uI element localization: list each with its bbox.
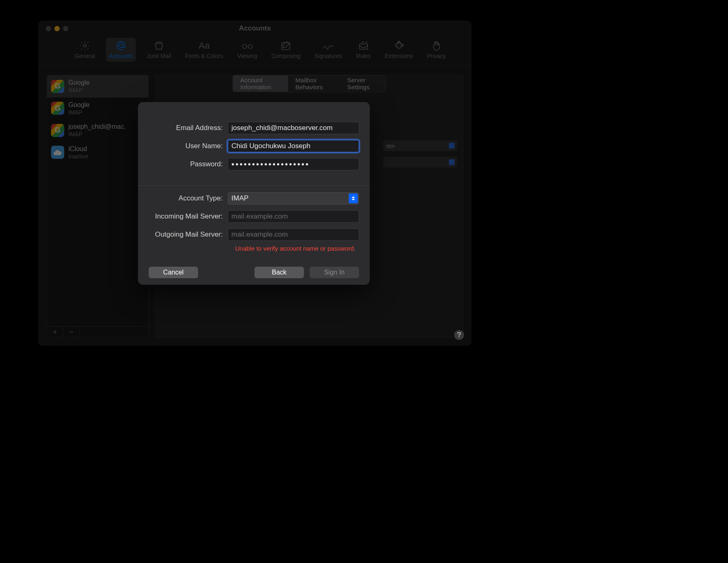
- svg-point-7: [401, 44, 403, 46]
- account-sub: Inactive: [68, 153, 88, 161]
- account-row-icloud[interactable]: iCloud Inactive: [47, 142, 148, 164]
- account-sub: IMAP: [68, 87, 90, 94]
- preferences-toolbar: General Accounts Junk Mail Aa Fonts & Co…: [38, 36, 471, 62]
- label-outgoing: Outgoing Mail Server:: [149, 230, 223, 239]
- tab-privacy[interactable]: Privacy: [424, 38, 449, 62]
- background-select-2[interactable]: [383, 157, 457, 168]
- trash-icon: [154, 40, 164, 52]
- compose-icon: [280, 40, 291, 52]
- tab-signatures[interactable]: Signatures: [311, 38, 345, 62]
- tab-accounts[interactable]: Accounts: [106, 38, 136, 62]
- google-icon: G: [51, 80, 64, 93]
- tab-rules[interactable]: Rules: [353, 38, 374, 62]
- account-title: Google: [68, 101, 90, 109]
- error-message: Unable to verify account name or passwor…: [149, 245, 359, 252]
- window-title: Accounts: [38, 24, 471, 33]
- label-incoming: Incoming Mail Server:: [149, 212, 223, 221]
- tab-server-settings[interactable]: Server Settings: [340, 75, 385, 92]
- account-title: joseph_chidi@mac.: [68, 123, 126, 131]
- rules-icon: [358, 40, 369, 52]
- tab-account-information[interactable]: Account Information: [233, 75, 288, 92]
- svg-point-3: [248, 44, 252, 49]
- svg-point-2: [243, 44, 247, 49]
- email-field[interactable]: [228, 122, 359, 134]
- account-title: iCloud: [68, 145, 88, 153]
- accounts-sidebar: G Google IMAP G Google IMAP G: [47, 75, 149, 337]
- divider: [138, 185, 370, 186]
- svg-point-0: [83, 44, 86, 47]
- password-field[interactable]: [228, 158, 359, 170]
- google-icon: G: [51, 124, 64, 137]
- account-sub: IMAP: [68, 109, 90, 116]
- label-email: Email Address:: [149, 124, 223, 132]
- hand-icon: [431, 40, 442, 52]
- background-select-1[interactable]: m>: [383, 140, 457, 151]
- help-button[interactable]: ?: [454, 330, 464, 340]
- tab-composing[interactable]: Composing: [268, 38, 304, 62]
- back-button[interactable]: Back: [254, 267, 304, 278]
- tab-viewing[interactable]: Viewing: [234, 38, 261, 62]
- at-icon: [116, 40, 126, 52]
- svg-point-1: [119, 44, 123, 48]
- username-field[interactable]: [228, 140, 359, 152]
- fonts-icon: Aa: [198, 40, 210, 52]
- account-row-mac[interactable]: G joseph_chidi@mac. IMAP: [47, 119, 148, 142]
- incoming-server-field[interactable]: [228, 210, 359, 223]
- remove-account-button[interactable]: −: [63, 327, 80, 337]
- add-account-dialog: Email Address: User Name: Password: Acco…: [138, 102, 370, 285]
- titlebar: Accounts General Accounts Junk Mail Aa F…: [38, 21, 471, 65]
- label-account-type: Account Type:: [149, 194, 223, 202]
- account-row-google-2[interactable]: G Google IMAP: [47, 98, 148, 120]
- tab-general[interactable]: General: [71, 38, 98, 62]
- account-row-google-1[interactable]: G Google IMAP: [47, 75, 148, 98]
- sign-in-button[interactable]: Sign In: [310, 267, 359, 278]
- account-sub: IMAP: [68, 131, 126, 138]
- cancel-button[interactable]: Cancel: [149, 267, 198, 278]
- google-icon: G: [51, 102, 64, 115]
- tab-extensions[interactable]: Extensions: [381, 38, 416, 62]
- icloud-icon: [51, 146, 64, 159]
- gear-icon: [79, 40, 90, 52]
- account-type-select[interactable]: IMAP: [228, 192, 359, 205]
- glasses-icon: [241, 40, 254, 52]
- detail-tabs[interactable]: Account Information Mailbox Behaviors Se…: [233, 75, 386, 92]
- tab-junk-mail[interactable]: Junk Mail: [143, 38, 174, 62]
- label-username: User Name:: [149, 142, 223, 150]
- account-title: Google: [68, 79, 90, 87]
- outgoing-server-field[interactable]: [228, 228, 359, 241]
- chevron-updown-icon: [349, 193, 358, 203]
- puzzle-icon: [394, 40, 404, 52]
- tab-fonts-colors[interactable]: Aa Fonts & Colors: [182, 38, 227, 62]
- add-account-button[interactable]: +: [47, 327, 63, 337]
- signature-icon: [322, 40, 334, 52]
- label-password: Password:: [149, 160, 223, 168]
- tab-mailbox-behaviors[interactable]: Mailbox Behaviors: [288, 75, 340, 92]
